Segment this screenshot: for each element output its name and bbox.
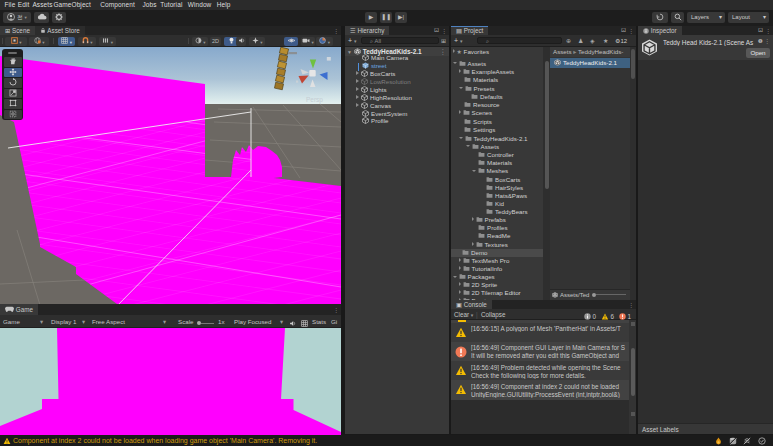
svg-text:Persp: Persp — [306, 96, 323, 104]
